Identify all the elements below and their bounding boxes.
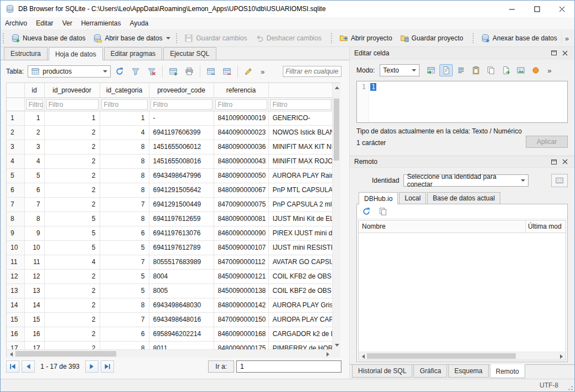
remote-scrollbar-thumb[interactable] (367, 353, 516, 359)
row-number[interactable]: 2 (7, 125, 24, 140)
tab-ejecutar-sql[interactable]: Ejecutar SQL (163, 47, 216, 60)
grid-cell[interactable]: 6941197612789 (149, 240, 214, 255)
table-toolbar-overflow[interactable]: » (257, 68, 268, 76)
column-header-id-proveedor[interactable]: id_proveedor (44, 83, 100, 97)
grid-cell[interactable]: 6958946202214 (149, 327, 214, 341)
grid-cell[interactable]: 8480090000043 (214, 154, 268, 168)
tab-grafica[interactable]: Gráfica (413, 365, 447, 378)
grid-cell[interactable]: 7 (100, 312, 149, 327)
grid-cell[interactable]: 8 (100, 212, 149, 226)
tab-estructura[interactable]: Estructura (4, 47, 48, 60)
close-dock-button[interactable] (560, 157, 570, 166)
grid-cell[interactable]: 2 (44, 283, 100, 298)
grid-cell[interactable]: 12 (24, 269, 44, 283)
grid-cell[interactable]: COIL KBF2 de OBS , (268, 283, 333, 298)
open-project-button[interactable]: Abrir proyecto (335, 32, 396, 45)
grid-cell[interactable]: 6941291505642 (149, 183, 214, 197)
grid-cell[interactable]: GENERICO- (268, 111, 333, 125)
grid-cell[interactable]: 4 (100, 125, 149, 140)
tab-editar-pragmas[interactable]: Editar pragmas (104, 47, 162, 60)
image-view-button[interactable] (514, 64, 527, 76)
cell-editor-text[interactable]: 1 (369, 81, 567, 122)
tab-historial-sql[interactable]: Historial de SQL (352, 365, 412, 378)
filter-input-id-categoria[interactable]: Filtro (101, 99, 148, 110)
grid-cell[interactable]: 3 (24, 140, 44, 154)
export-to-file-button[interactable] (499, 64, 512, 76)
grid-cell[interactable]: 8 (100, 154, 149, 168)
grid-cell[interactable]: 5 (100, 283, 149, 298)
grid-cell[interactable]: 8450090000107 (214, 240, 268, 255)
first-page-button[interactable] (6, 360, 19, 373)
column-header-nombre[interactable]: Nombre (359, 220, 526, 233)
filter-input-extra[interactable]: Filtro (270, 99, 331, 110)
new-database-button[interactable]: Nueva base de datos (7, 32, 89, 45)
column-header-proveedor-code[interactable]: proveedor_code (149, 83, 214, 97)
vertical-scrollbar[interactable] (332, 83, 340, 349)
grid-cell[interactable]: 8 (100, 183, 149, 197)
goto-record-input[interactable] (236, 360, 341, 373)
open-database-button[interactable]: Abrir base de datos (89, 32, 166, 45)
tab-current-database[interactable]: Base de datos actual (427, 192, 500, 204)
grid-cell[interactable]: 1 (44, 111, 100, 125)
grid-cell[interactable]: 2 (44, 154, 100, 168)
identity-selector[interactable]: Seleccione una identidad para conectar (403, 174, 529, 187)
grid-cell[interactable]: 8460090000090 (214, 226, 268, 240)
grid-cell[interactable]: PnP MTL CAPSULA 2 (268, 183, 333, 197)
toolbar-overflow-button[interactable]: » (561, 34, 572, 43)
grid-cell[interactable]: 1451655008016 (149, 154, 214, 168)
row-number[interactable]: 5 (7, 168, 24, 183)
grid-cell[interactable]: AUROPA PLAY CAPS (268, 312, 333, 327)
close-dock-button[interactable] (560, 49, 570, 58)
title-bar[interactable]: DB Browser for SQLite - C:\Users\Leo\App… (1, 1, 574, 17)
filter-input-referencia[interactable]: Filtro (215, 99, 267, 110)
grid-cell[interactable]: 2 (44, 312, 100, 327)
grid-cell[interactable]: PIREX IJUST mini de (268, 226, 333, 240)
grid-cell[interactable]: PnP CAPSULA 2 ml c (268, 197, 333, 212)
word-wrap-button[interactable] (454, 64, 468, 76)
grid-cell[interactable]: 7 (100, 197, 149, 212)
grid-cell[interactable]: 8004 (149, 269, 214, 283)
grid-cell[interactable]: 2 (44, 197, 100, 212)
grid-cell[interactable]: NOWOS Istick BLANC (268, 125, 333, 140)
grid-cell[interactable]: 5 (100, 269, 149, 283)
row-number[interactable]: 10 (7, 240, 24, 255)
grid-cell[interactable]: 7 (24, 197, 44, 212)
grid-cell[interactable]: 8 (100, 168, 149, 183)
row-number[interactable]: 11 (7, 255, 24, 269)
row-number[interactable]: 6 (7, 183, 24, 197)
grid-cell[interactable]: 8470090000150 (214, 312, 268, 327)
scroll-left-button[interactable] (7, 350, 15, 358)
grid-cell[interactable]: 7 (100, 255, 149, 269)
copy-button[interactable] (469, 64, 483, 76)
paste-button[interactable] (484, 64, 498, 76)
grid-cell[interactable]: 8450090000121 (214, 269, 268, 283)
grid-cell[interactable]: IJUST Mini Kit de ELE (268, 212, 333, 226)
last-page-button[interactable] (101, 360, 114, 373)
grid-cell[interactable]: AURORA PLAY Gris c (268, 298, 333, 312)
tab-hoja-de-datos[interactable]: Hoja de datos (49, 47, 103, 60)
print-button[interactable] (182, 65, 196, 78)
resize-grip[interactable] (566, 384, 573, 391)
grid-cell[interactable]: 11 (24, 255, 44, 269)
undo-changes-button[interactable]: Deshacer cambios (251, 32, 325, 45)
grid-cell[interactable]: 4 (44, 255, 100, 269)
horizontal-scrollbar-thumb[interactable] (15, 351, 116, 357)
grid-cell[interactable]: 8470090000075 (214, 197, 268, 212)
float-dock-button[interactable] (549, 157, 559, 166)
grid-cell[interactable]: 4 (24, 154, 44, 168)
filter-input-proveedor-code[interactable]: Filtro (151, 99, 213, 110)
grid-cell[interactable]: 5 (44, 226, 100, 240)
grid-cell[interactable]: 8480090000142 (214, 298, 268, 312)
mode-selector[interactable]: Texto (380, 64, 419, 76)
menu-editar[interactable]: Editar (32, 17, 58, 29)
grid-cell[interactable]: 1 (100, 111, 149, 125)
grid-cell[interactable]: 5 (44, 212, 100, 226)
grid-cell[interactable]: 1 (24, 111, 44, 125)
row-number[interactable]: 4 (7, 154, 24, 168)
column-header-id-categoria[interactable]: id_categoria (100, 83, 149, 97)
cell-editor[interactable]: 1 1 (356, 81, 568, 123)
grid-cell[interactable]: 2 (44, 327, 100, 341)
vertical-scrollbar-thumb[interactable] (334, 99, 339, 161)
grid-cell[interactable]: 8460090000168 (214, 327, 268, 341)
row-number[interactable]: 12 (7, 269, 24, 283)
